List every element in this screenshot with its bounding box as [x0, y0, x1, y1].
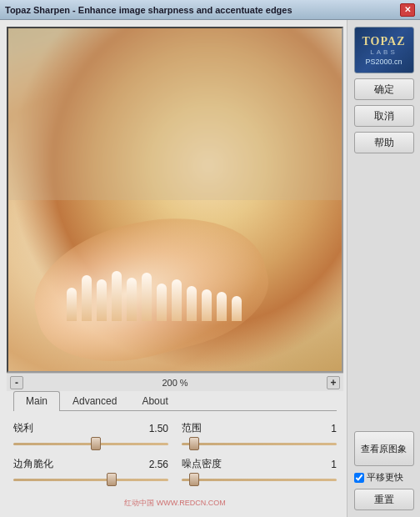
view-original-button[interactable]: 查看原图象 [354, 431, 414, 466]
slider-label-row-sharpness: 锐利 1.50 [13, 421, 168, 435]
slider-label-row-edge: 边角脆化 2.56 [13, 457, 168, 471]
sharpness-value: 1.50 [149, 423, 168, 434]
tabs-bar: Main Advanced About [13, 391, 337, 411]
range-slider-line [182, 443, 337, 445]
range-slider-thumb[interactable] [189, 437, 199, 450]
noise-density-slider-track[interactable] [182, 473, 337, 486]
range-label: 范围 [182, 421, 202, 435]
edge-softness-slider-line [13, 479, 168, 481]
cancel-button[interactable]: 取消 [354, 105, 414, 127]
help-button[interactable]: 帮助 [354, 132, 414, 153]
tab-main[interactable]: Main [13, 391, 60, 411]
slider-group-edge-softness: 边角脆化 2.56 [13, 457, 168, 486]
slider-label-row-range: 范围 1 [182, 421, 337, 435]
zoom-bar: - 200 % + [7, 373, 343, 391]
slider-group-range: 范围 1 [182, 421, 337, 450]
controls-area: Main Advanced About 锐利 1.50 [7, 391, 343, 496]
edge-softness-label: 边角脆化 [13, 457, 53, 471]
range-value: 1 [331, 423, 337, 434]
logo-box: TOPAZ LABS PS2000.cn [354, 27, 414, 73]
zoom-out-button[interactable]: - [10, 376, 23, 389]
reset-button[interactable]: 重置 [354, 489, 414, 510]
title-bar: Topaz Sharpen - Enhance image sharpness … [0, 0, 420, 20]
confirm-button[interactable]: 确定 [354, 78, 414, 100]
preview-image [8, 28, 342, 371]
noise-density-slider-thumb[interactable] [189, 473, 199, 486]
panning-label: 平移更快 [367, 471, 403, 484]
slider-group-sharpness: 锐利 1.50 [13, 421, 168, 450]
edge-softness-value: 2.56 [149, 459, 168, 470]
title-text: Topaz Sharpen - Enhance image sharpness … [5, 5, 400, 15]
zoom-in-button[interactable]: + [327, 376, 340, 389]
logo-ps: PS2000.cn [365, 58, 402, 66]
blur-overlay [8, 28, 342, 200]
tab-advanced[interactable]: Advanced [60, 391, 129, 410]
noise-density-label: 噪点密度 [182, 457, 222, 471]
noise-density-slider-line [182, 479, 337, 481]
panning-checkbox-row: 平移更快 [354, 471, 414, 484]
logo-labs: LABS [370, 48, 397, 56]
main-container: - 200 % + Main Advanced About 锐利 1.50 [0, 20, 420, 517]
edge-softness-slider-track[interactable] [13, 473, 168, 486]
noise-density-value: 1 [331, 459, 337, 470]
preview-area[interactable] [7, 27, 343, 373]
range-slider-track[interactable] [182, 437, 337, 450]
panning-checkbox[interactable] [354, 473, 364, 483]
shell-spikes [58, 254, 275, 321]
edge-softness-slider-thumb[interactable] [107, 473, 117, 486]
right-panel: TOPAZ LABS PS2000.cn 确定 取消 帮助 查看原图象 平移更快… [347, 20, 420, 517]
left-panel: - 200 % + Main Advanced About 锐利 1.50 [0, 20, 347, 517]
close-button[interactable]: ✕ [400, 3, 415, 17]
logo-topaz: TOPAZ [362, 35, 406, 48]
sliders-grid: 锐利 1.50 范围 1 [13, 418, 337, 489]
slider-group-noise-density: 噪点密度 1 [182, 457, 337, 486]
watermark-bottom: 红动中国 WWW.REDCN.COM [7, 496, 343, 510]
sharpness-slider-thumb[interactable] [91, 437, 101, 450]
sharpness-label: 锐利 [13, 421, 33, 435]
tab-about[interactable]: About [129, 391, 180, 410]
sharpness-slider-line [13, 443, 168, 445]
slider-label-row-noise: 噪点密度 1 [182, 457, 337, 471]
zoom-level: 200 % [23, 378, 327, 388]
sharpness-slider-track[interactable] [13, 437, 168, 450]
